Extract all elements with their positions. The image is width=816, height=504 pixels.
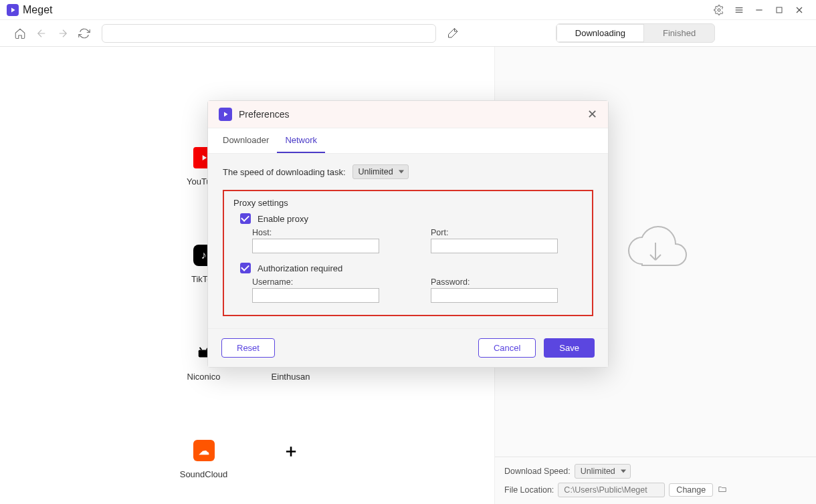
tab-network[interactable]: Network — [277, 128, 325, 153]
bottom-bar: Download Speed: Unlimited File Location:… — [495, 457, 816, 504]
paste-icon[interactable] — [443, 23, 464, 44]
enable-proxy-checkbox[interactable] — [240, 213, 251, 224]
maximize-button[interactable] — [769, 0, 789, 20]
dialog-title: Preferences — [239, 109, 289, 120]
menu-icon[interactable] — [729, 0, 749, 20]
add-site[interactable]: ＋ — [247, 440, 334, 504]
url-input[interactable] — [102, 24, 436, 43]
port-label: Port: — [431, 228, 583, 237]
password-input[interactable] — [431, 288, 558, 303]
close-button[interactable] — [789, 0, 809, 20]
proxy-settings-group: Proxy settings Enable proxy Host: Port: … — [223, 190, 593, 316]
soundcloud-icon: ☁ — [193, 440, 215, 461]
preferences-dialog: Preferences ✕ Downloader Network The spe… — [207, 100, 609, 368]
app-icon — [219, 108, 232, 121]
file-location-input[interactable]: C:\Users\Public\Meget — [558, 483, 665, 497]
cancel-button[interactable]: Cancel — [478, 338, 536, 358]
svg-rect-5 — [777, 7, 782, 13]
host-input[interactable] — [252, 239, 379, 253]
enable-proxy-label: Enable proxy — [258, 214, 308, 224]
app-icon — [7, 4, 19, 16]
change-button[interactable]: Change — [669, 483, 713, 497]
plus-icon: ＋ — [280, 440, 302, 461]
home-button[interactable] — [9, 23, 31, 44]
username-label: Username: — [252, 277, 404, 287]
username-input[interactable] — [252, 288, 379, 303]
forward-button[interactable] — [52, 23, 74, 44]
close-icon[interactable]: ✕ — [587, 108, 597, 120]
save-button[interactable]: Save — [544, 338, 595, 358]
app-name: Meget — [23, 4, 52, 16]
titlebar: Meget — [0, 0, 816, 20]
reset-button[interactable]: Reset — [221, 338, 275, 358]
task-speed-select[interactable]: Unlimited — [352, 164, 409, 179]
port-input[interactable] — [431, 239, 558, 253]
back-button[interactable] — [31, 23, 52, 44]
tab-downloading[interactable]: Downloading — [556, 24, 644, 42]
minimize-button[interactable] — [749, 0, 769, 20]
svg-point-0 — [718, 9, 720, 11]
download-speed-label: Download Speed: — [504, 467, 571, 476]
task-speed-label: The speed of downloading task: — [223, 167, 346, 177]
gear-icon[interactable] — [709, 0, 729, 20]
download-speed-select[interactable]: Unlimited — [575, 464, 631, 479]
file-location-label: File Location: — [504, 485, 554, 495]
password-label: Password: — [431, 277, 583, 287]
site-soundcloud[interactable]: ☁SoundCloud — [161, 440, 247, 504]
toolbar: Downloading Finished — [0, 20, 816, 47]
reload-button[interactable] — [74, 23, 95, 44]
tab-finished[interactable]: Finished — [644, 24, 714, 42]
open-folder-icon[interactable] — [717, 485, 728, 496]
tab-downloader[interactable]: Downloader — [215, 128, 277, 153]
auth-required-checkbox[interactable] — [240, 263, 251, 273]
host-label: Host: — [252, 228, 404, 237]
proxy-title: Proxy settings — [233, 198, 583, 208]
tab-segmented: Downloading Finished — [556, 23, 715, 43]
auth-required-label: Authorization required — [258, 263, 342, 273]
